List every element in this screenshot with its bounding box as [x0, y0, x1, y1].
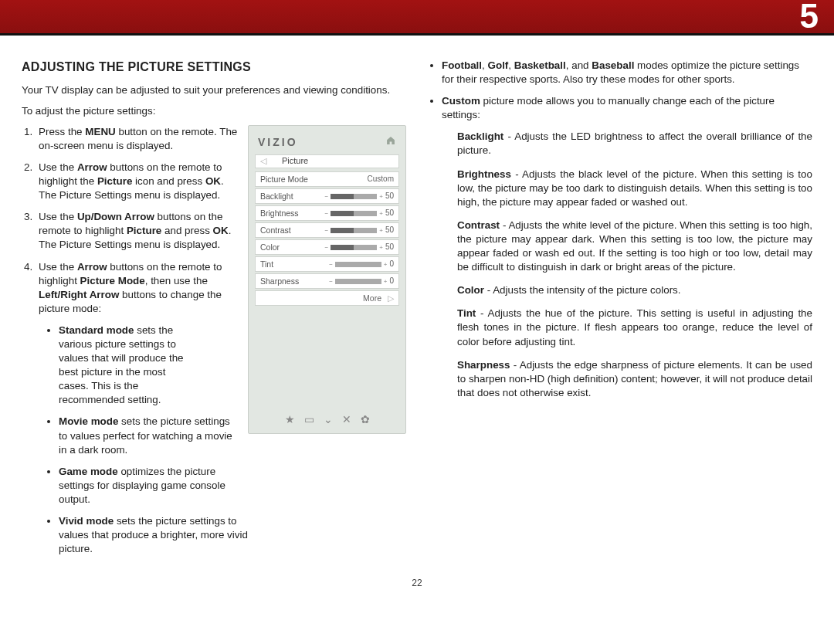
label-contrast: Contrast — [260, 225, 291, 236]
value-sharpness: 0 — [389, 276, 394, 285]
value-contrast: 50 — [385, 225, 394, 234]
rect-icon: ▭ — [304, 412, 314, 427]
label-sharpness: Sharpness — [260, 276, 299, 286]
step-2: Use the Arrow buttons on the remote to h… — [36, 161, 248, 202]
mode-sports: Football, Golf, Basketball, and Baseball… — [442, 59, 812, 86]
value-tint: 0 — [389, 259, 394, 268]
home-icon — [385, 135, 396, 149]
row-more: More▷ — [255, 290, 399, 306]
chevron-right-icon: ▷ — [388, 293, 394, 303]
def-contrast: Contrast - Adjusts the white level of th… — [457, 219, 812, 274]
osd-footer-icons: ★ ▭ ⌄ ✕ ✿ — [249, 412, 405, 427]
header-bar: 5 — [0, 0, 834, 36]
page-title: ADJUSTING THE PICTURE SETTINGS — [22, 59, 406, 76]
def-brightness: Brightness - Adjusts the black level of … — [457, 168, 812, 209]
more-label: More — [363, 293, 381, 303]
value-backlight: 50 — [385, 192, 394, 200]
page-number: 22 — [0, 578, 834, 595]
row-sharpness: Sharpness −+ 0 — [255, 273, 399, 289]
mode-movie: Movie mode sets the picture settings to … — [59, 415, 248, 456]
breadcrumb: ◁ Picture — [255, 154, 399, 168]
right-column: Football, Golf, Basketball, and Baseball… — [428, 59, 812, 564]
mode-vivid: Vivid mode sets the picture settings to … — [59, 514, 248, 556]
value-brightness: 50 — [385, 208, 394, 217]
mode-custom: Custom picture mode allows you to manual… — [442, 94, 812, 122]
osd-menu-screenshot: VIZIO ◁ Picture Picture Mode Custom Back… — [248, 125, 406, 434]
step-1: Press the MENU button on the remote. The… — [36, 125, 248, 153]
mode-standard: Standard mode sets the various picture s… — [59, 324, 190, 408]
row-backlight: Backlight −+ 50 — [255, 188, 399, 204]
row-brightness: Brightness −+ 50 — [255, 205, 399, 221]
value-picture-mode: Custom — [368, 174, 394, 185]
label-brightness: Brightness — [260, 208, 299, 219]
chapter-number: 5 — [800, 0, 819, 36]
value-color: 50 — [385, 242, 394, 251]
label-picture-mode: Picture Mode — [260, 174, 308, 185]
label-backlight: Backlight — [260, 191, 293, 202]
row-tint: Tint −+ 0 — [255, 256, 399, 272]
vizio-logo: VIZIO — [258, 135, 298, 150]
def-color: Color - Adjusts the intensity of the pic… — [457, 283, 812, 297]
step-4: Use the Arrow buttons on the remote to h… — [36, 260, 248, 557]
label-tint: Tint — [260, 259, 273, 269]
step-3: Use the Up/Down Arrow buttons on the rem… — [36, 210, 248, 252]
row-picture-mode: Picture Mode Custom — [255, 171, 399, 187]
def-sharpness: Sharpness - Adjusts the edge sharpness o… — [457, 358, 812, 400]
def-backlight: Backlight - Adjusts the LED brightness t… — [457, 130, 812, 158]
left-column: ADJUSTING THE PICTURE SETTINGS Your TV d… — [22, 59, 406, 564]
back-icon: ◁ — [260, 155, 266, 167]
row-color: Color −+ 50 — [255, 239, 399, 255]
gear-icon: ✿ — [361, 412, 370, 427]
intro-text: Your TV display can be adjusted to suit … — [22, 83, 406, 97]
lead-text: To adjust the picture settings: — [22, 104, 406, 118]
close-icon: ✕ — [342, 412, 351, 427]
star-icon: ★ — [285, 412, 295, 427]
mode-game: Game mode optimizes the picture settings… — [59, 465, 248, 507]
chevron-down-icon: ⌄ — [324, 412, 333, 427]
label-color: Color — [260, 242, 280, 253]
crumb-label: Picture — [282, 155, 308, 167]
def-tint: Tint - Adjusts the hue of the picture. T… — [457, 307, 812, 348]
row-contrast: Contrast −+ 50 — [255, 222, 399, 238]
